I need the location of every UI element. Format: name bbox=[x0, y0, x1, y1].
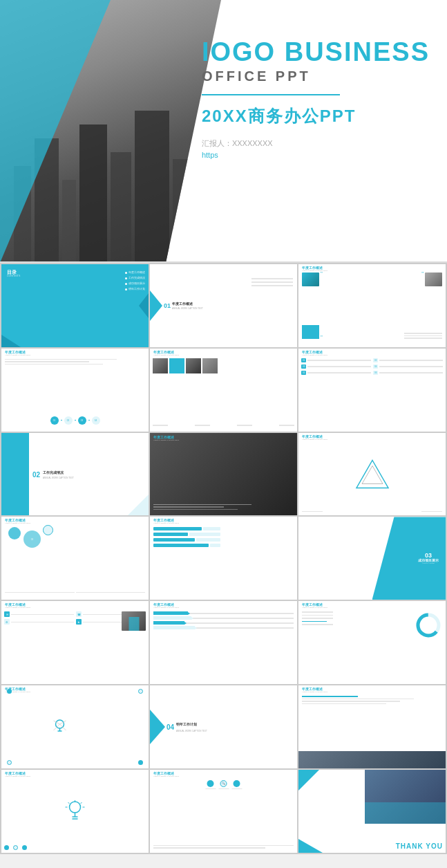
slide-icon-grid: 年度工作概述 ANNUAL WORK CAPTION TEXT ✉ ☎ ⚙ ★ bbox=[1, 601, 149, 684]
svg-line-10 bbox=[60, 724, 66, 730]
slide-lightbulb: 年度工作概述 ANNUAL WORK CAPTION TEXT bbox=[1, 770, 149, 853]
cover-chinese-title: 20XX商务办公PPT bbox=[202, 105, 430, 127]
toc-contents-label: CONTENTS bbox=[7, 275, 20, 277]
svg-marker-1 bbox=[362, 465, 383, 483]
slide-04-section: 04 明年工作计划 ANNUAL WORK CAPTION TEXT bbox=[150, 685, 297, 768]
cover-logo-line1: IOGO BUSINESS bbox=[202, 38, 430, 67]
slide-numbered-list: 年度工作概述 ANNUAL WORK CAPTION TEXT 01 02 03… bbox=[298, 349, 446, 432]
slide-triangle-diagram: 年度工作概述 ANNUAL WORK CAPTION TEXT bbox=[298, 433, 446, 516]
cover-presenter: 汇报人：XXXXXXXX bbox=[202, 136, 430, 151]
slide-02-section: 02 工作完成情况 ANNUAL WORK CAPTION TEXT bbox=[1, 433, 149, 516]
svg-line-17 bbox=[80, 802, 82, 804]
svg-point-11 bbox=[69, 802, 80, 813]
slide-thankyou: THANK YOU bbox=[298, 770, 446, 853]
thankyou-text: THANK YOU bbox=[396, 842, 443, 850]
cover-logo-line2: OFFICE PPT bbox=[202, 68, 430, 84]
cover-text-area: IOGO BUSINESS OFFICE PPT 20XX商务办公PPT 汇报人… bbox=[202, 38, 430, 159]
slides-grid: 目录 CONTENTS 年度工作概述 工作完成情况 成功项目展示 明年工作计划 … bbox=[0, 263, 447, 854]
slide-process-circles: 年度工作概述 ANNUAL WORK CAPTION TEXT 01 02 03… bbox=[1, 349, 149, 432]
slide-donut-chart: 年度工作概述 ANNUAL WORK CAPTION TEXT bbox=[298, 601, 446, 684]
cover-divider bbox=[202, 94, 340, 95]
slide-network-diagram: 年度工作概述 ANNUAL WORK CAPTION TEXT bbox=[1, 685, 149, 768]
slide-toc: 目录 CONTENTS 年度工作概述 工作完成情况 成功项目展示 明年工作计划 bbox=[1, 264, 149, 347]
slide-03-section: 03 成功项目展示 ANNUAL WORK bbox=[298, 517, 446, 600]
slide-large-photo: 年度工作概述 ANNUAL WORK CAPTION TEXT bbox=[150, 433, 297, 516]
slide-content-building: 年度工作概述 ANNUAL WORK CAPTION TEXT bbox=[298, 685, 446, 768]
cover-link: https bbox=[202, 151, 430, 159]
toc-items: 年度工作概述 工作完成情况 成功项目展示 明年工作计划 bbox=[125, 271, 145, 290]
svg-line-16 bbox=[68, 802, 69, 804]
cover-blue-triangle bbox=[0, 0, 111, 263]
slide-bubble-chart: 年度工作概述 ANNUAL WORK CAPTION TEXT 02 bbox=[1, 517, 149, 600]
slide-bar-chart: 年度工作概述 ANNUAL WORK CAPTION TEXT bbox=[150, 517, 297, 600]
cover-slide: IOGO BUSINESS OFFICE PPT 20XX商务办公PPT 汇报人… bbox=[0, 0, 447, 263]
svg-line-9 bbox=[54, 724, 60, 730]
slide-person-content: 年度工作概述 ANNUAL WORK CAPTION TEXT 🔍 bbox=[150, 770, 297, 853]
slide-01-content: 01 年度工作概述 ANNUAL WORK CAPTION TEXT bbox=[150, 264, 297, 347]
slide-arrow-list: 年度工作概述 ANNUAL WORK CAPTION TEXT bbox=[150, 601, 297, 684]
slide-people-quotes: 年度工作概述 ANNUAL WORK CAPTION TEXT " " " bbox=[298, 264, 446, 347]
slide-photos-grid: 年度工作概述 ANNUAL WORK CAPTION TEXT bbox=[150, 349, 297, 432]
